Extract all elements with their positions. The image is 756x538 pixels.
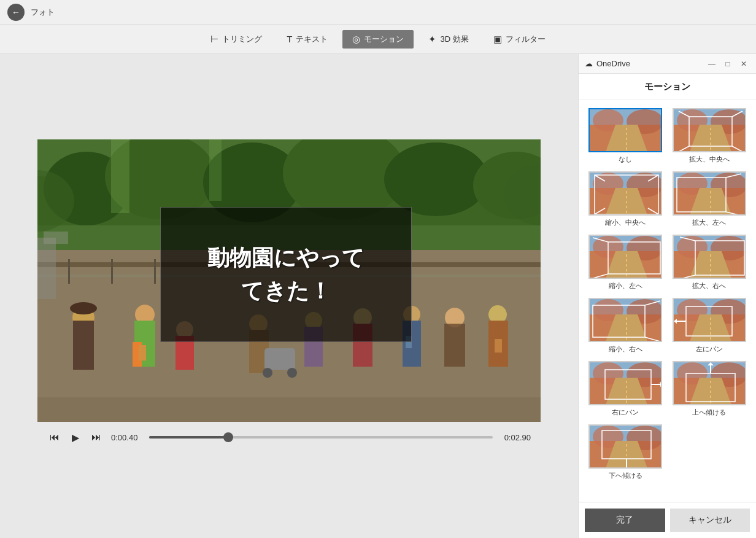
trim-icon: ⊢ (210, 34, 218, 45)
toolbar-motion[interactable]: ◎ モーション (342, 30, 414, 49)
motion-thumb-zoom-center (673, 108, 746, 152)
text-label: テキスト (296, 34, 328, 45)
panel-title-left: ☁ OneDrive (585, 59, 630, 68)
motion-pan-right[interactable]: 右にパン (585, 359, 666, 419)
cancel-button[interactable]: キャンセル (670, 509, 750, 532)
current-time: 0:00.40 (111, 433, 142, 442)
minimize-button[interactable]: — (706, 58, 718, 70)
svg-rect-43 (37, 397, 541, 422)
svg-point-28 (263, 368, 272, 378)
motion-none-label: なし (619, 155, 632, 164)
filter-label: フィルター (506, 34, 546, 45)
toolbar-trim[interactable]: ⊢ トリミング (201, 30, 272, 49)
svg-rect-10 (209, 139, 222, 201)
panel-window-controls: — □ ✕ (706, 58, 750, 70)
motion-zoom-left[interactable]: 拡大、左へ (669, 169, 750, 230)
toolbar-3d[interactable]: ✦ 3D 効果 (418, 30, 478, 49)
svg-rect-37 (444, 324, 465, 367)
svg-rect-18 (73, 321, 94, 370)
filter-icon: ▣ (493, 34, 502, 45)
motion-shrink-center-label: 縮小、中央へ (605, 218, 646, 227)
play-button[interactable]: ▶ (69, 429, 82, 446)
motion-grid: なし (579, 99, 756, 502)
motion-zoom-center-label: 拡大、中央へ (689, 155, 730, 164)
motion-thumb-pan-left (673, 298, 746, 342)
svg-point-29 (287, 368, 297, 378)
svg-point-7 (384, 142, 488, 216)
motion-tilt-up[interactable]: 上へ傾ける (669, 359, 750, 419)
svg-rect-40 (139, 345, 146, 361)
maximize-button[interactable]: □ (722, 58, 734, 70)
svg-rect-42 (495, 339, 502, 353)
motion-thumb-zoom-left (673, 171, 746, 216)
title-bar: ← フォト (0, 0, 756, 25)
app-name: フォト (31, 7, 55, 18)
svg-rect-16 (154, 259, 156, 284)
svg-rect-9 (111, 139, 129, 213)
svg-marker-129 (660, 382, 662, 387)
motion-thumb-shrink-left (588, 235, 662, 279)
motion-shrink-right-label: 縮小、右へ (609, 345, 642, 354)
right-panel: ☁ OneDrive — □ ✕ モーション (578, 54, 756, 538)
svg-rect-44 (37, 238, 56, 299)
motion-panel-title: モーション (579, 74, 756, 99)
overlay-text: 動物園にやっててきた！ (207, 241, 364, 308)
motion-shrink-left-label: 縮小、左へ (609, 281, 642, 290)
motion-thumb-shrink-center (588, 171, 662, 216)
motion-pan-left-label: 左にパン (696, 345, 723, 354)
progress-thumb[interactable] (223, 432, 233, 442)
controls-bar: ⏮ ▶ ⏭ 0:00.40 0:02.90 (37, 422, 541, 453)
trim-label: トリミング (222, 34, 262, 45)
toolbar-text[interactable]: T テキスト (277, 30, 338, 49)
back-button[interactable]: ← (7, 4, 25, 21)
svg-rect-15 (111, 259, 113, 284)
text-icon: T (287, 34, 292, 44)
motion-thumb-tilt-down (588, 424, 662, 469)
rewind-button[interactable]: ⏮ (47, 429, 62, 445)
panel-app-label: OneDrive (596, 59, 630, 68)
toolbar: ⊢ トリミング T テキスト ◎ モーション ✦ 3D 効果 ▣ フィルター (0, 25, 756, 54)
motion-label: モーション (364, 34, 404, 45)
motion-zoom-right[interactable]: 拡大、右へ (669, 232, 750, 293)
toolbar-filter[interactable]: ▣ フィルター (484, 30, 555, 49)
motion-zoom-right-label: 拡大、右へ (692, 281, 726, 290)
motion-pan-left[interactable]: 左にパン (669, 295, 750, 356)
3d-icon: ✦ (428, 34, 436, 45)
progress-track[interactable] (149, 436, 493, 439)
main-layout: 動物園にやっててきた！ ⏮ ▶ ⏭ 0:00.40 0:02.90 ☁ OneD… (0, 54, 756, 538)
video-container: 動物園にやっててきた！ (37, 139, 541, 422)
panel-titlebar: ☁ OneDrive — □ ✕ (579, 54, 756, 74)
motion-footer: 完了 キャンセル (579, 502, 756, 538)
motion-tilt-down-label: 下へ傾ける (609, 471, 642, 480)
motion-thumb-zoom-right (673, 235, 746, 279)
video-text-overlay: 動物園にやっててきた！ (160, 207, 412, 342)
svg-rect-27 (264, 348, 295, 370)
motion-shrink-center[interactable]: 縮小、中央へ (585, 169, 666, 230)
motion-tilt-up-label: 上へ傾ける (692, 408, 726, 417)
motion-tilt-down[interactable]: 下へ傾ける (585, 422, 666, 483)
motion-shrink-right[interactable]: 縮小、右へ (585, 295, 666, 356)
svg-point-19 (70, 302, 97, 314)
onedrive-icon: ☁ (585, 59, 593, 68)
svg-marker-147 (623, 467, 630, 469)
motion-thumb-tilt-up (673, 361, 746, 405)
done-button[interactable]: 完了 (585, 509, 665, 532)
motion-zoom-center[interactable]: 拡大、中央へ (669, 106, 750, 166)
end-time: 0:02.90 (500, 433, 531, 442)
motion-none[interactable]: なし (585, 106, 666, 166)
motion-icon: ◎ (352, 34, 360, 45)
motion-thumb-pan-right (588, 361, 662, 405)
motion-zoom-left-label: 拡大、左へ (692, 218, 726, 227)
road-scene (590, 109, 661, 151)
motion-thumb-none (588, 108, 662, 152)
video-area: 動物園にやっててきた！ ⏮ ▶ ⏭ 0:00.40 0:02.90 (0, 54, 578, 538)
forward-button[interactable]: ⏭ (89, 429, 104, 445)
close-button[interactable]: ✕ (738, 58, 750, 70)
motion-pan-right-label: 右にパン (612, 408, 639, 417)
motion-shrink-left[interactable]: 縮小、左へ (585, 232, 666, 293)
svg-rect-45 (44, 232, 68, 244)
3d-label: 3D 効果 (440, 34, 468, 45)
svg-rect-14 (68, 259, 70, 284)
progress-fill (149, 436, 228, 439)
motion-thumb-shrink-right (588, 298, 662, 342)
